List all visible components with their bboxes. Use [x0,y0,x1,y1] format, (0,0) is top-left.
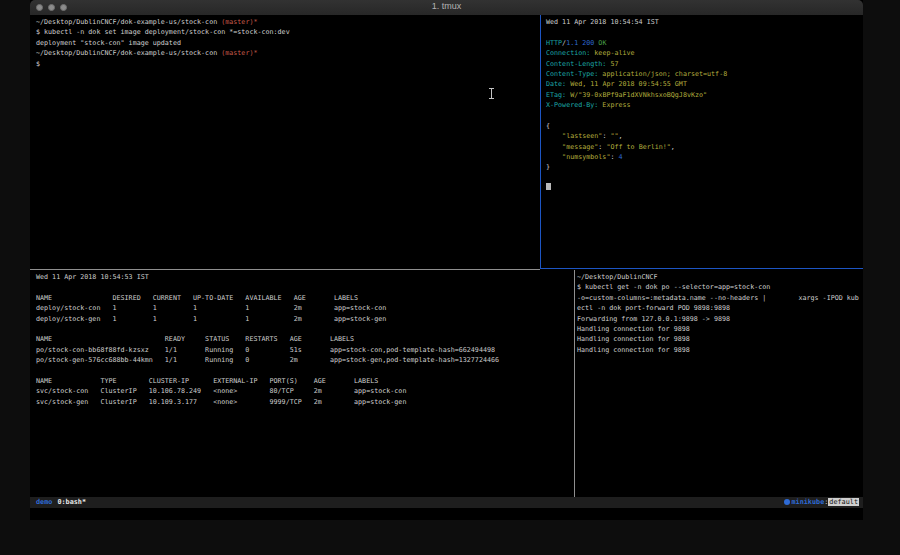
pane-bottom-left-kubectl-watch[interactable]: Wed 11 Apr 2018 10:54:53 IST NAME DESIRE… [30,272,576,407]
terminal-line: deploy/stock-gen 1 1 1 1 2m app=stock-ge… [36,314,576,324]
terminal-line: $ kubectl get -n dok po --selector=app=s… [577,282,863,292]
terminal-line: Handling connection for 9898 [577,334,863,344]
terminal-line: ETag: W/"39-0xBPf9aF1dXVNkhsxoBQgJ8vKzo" [546,90,864,100]
terminal-line [36,282,576,292]
pane-divider-horizontal-right[interactable] [540,268,863,269]
terminal-line: Forwarding from 127.0.0.1:9898 -> 9898 [577,314,863,324]
terminal-line [36,366,576,376]
terminal-line: Connection: keep-alive [546,48,864,58]
kubernetes-icon [784,499,790,505]
terminal-line: po/stock-con-bb68f88fd-kzsxz 1/1 Running… [36,345,576,355]
terminal-line: Wed 11 Apr 2018 10:54:53 IST [36,272,576,282]
terminal-line: $ [36,59,545,69]
tmux-session: ~/Desktop/DublinCNCF/dok-example-us/stoc… [30,15,863,520]
terminal-window: 1. tmux ~/Desktop/DublinCNCF/dok-example… [30,0,863,520]
terminal-line [546,183,864,193]
terminal-line: "numsymbols": 4 [546,152,864,162]
terminal-line: { [546,121,864,131]
terminal-line: $ kubectl -n dok set image deployment/st… [36,27,545,37]
terminal-line: } [546,162,864,172]
terminal-line: NAME READY STATUS RESTARTS AGE LABELS [36,334,576,344]
terminal-line: svc/stock-con ClusterIP 10.106.78.249 <n… [36,386,576,396]
terminal-line: svc/stock-gen ClusterIP 10.109.3.177 <no… [36,397,576,407]
pane-divider-vertical-bottom[interactable] [574,270,575,497]
kube-context: minikube [792,498,825,506]
terminal-line: Content-Type: application/json; charset=… [546,69,864,79]
terminal-line [546,111,864,121]
pane-divider-vertical-top[interactable] [540,15,541,269]
pane-top-left-shell[interactable]: ~/Desktop/DublinCNCF/dok-example-us/stoc… [30,17,545,69]
terminal-line: ectl -n dok port-forward POD 9898:9898 [577,303,863,313]
terminal-line [546,173,864,183]
tmux-status-bar: demo0:bash* minikube:default [30,497,863,508]
terminal-line: NAME DESIRED CURRENT UP-TO-DATE AVAILABL… [36,293,576,303]
pane-bottom-right-port-forward[interactable]: ~/Desktop/DublinCNCF$ kubectl get -n dok… [575,272,863,355]
terminal-line [36,324,576,334]
terminal-line: Handling connection for 9898 [577,345,863,355]
terminal-line: Wed 11 Apr 2018 10:54:54 IST [546,17,864,27]
terminal-line: -o=custom-columns=:metadata.name --no-he… [577,293,863,303]
terminal-line: deploy/stock-con 1 1 1 1 2m app=stock-co… [36,303,576,313]
terminal-line: NAME TYPE CLUSTER-IP EXTERNAL-IP PORT(S)… [36,376,576,386]
window-titlebar[interactable]: 1. tmux [30,0,863,16]
kube-namespace: default [828,498,859,506]
terminal-line: X-Powered-By: Express [546,100,864,110]
terminal-line: Date: Wed, 11 Apr 2018 09:54:55 GMT [546,79,864,89]
terminal-line: deployment "stock-con" image updated [36,38,545,48]
terminal-line: Content-Length: 57 [546,59,864,69]
terminal-line: ~/Desktop/DublinCNCF/dok-example-us/stoc… [36,48,545,58]
terminal-line: ~/Desktop/DublinCNCF [577,272,863,282]
pane-divider-horizontal-left[interactable] [30,269,540,270]
terminal-line [546,27,864,37]
desktop: 1. tmux ~/Desktop/DublinCNCF/dok-example… [0,0,900,555]
window-tab-bash[interactable]: 0:bash* [57,498,86,506]
mouse-cursor-ibeam [488,88,495,99]
window-title: 1. tmux [30,1,863,11]
terminal-line: ~/Desktop/DublinCNCF/dok-example-us/stoc… [36,17,545,27]
terminal-line: po/stock-gen-576cc688bb-44kmn 1/1 Runnin… [36,355,576,365]
session-name[interactable]: demo [36,498,52,506]
terminal-line: "lastseen": "", [546,131,864,141]
pane-top-right-http-response[interactable]: Wed 11 Apr 2018 10:54:54 IST HTTP/1.1 20… [541,17,864,194]
terminal-line: Handling connection for 9898 [577,324,863,334]
terminal-line: HTTP/1.1 200 OK [546,38,864,48]
terminal-line: "message": "Off to Berlin!", [546,142,864,152]
